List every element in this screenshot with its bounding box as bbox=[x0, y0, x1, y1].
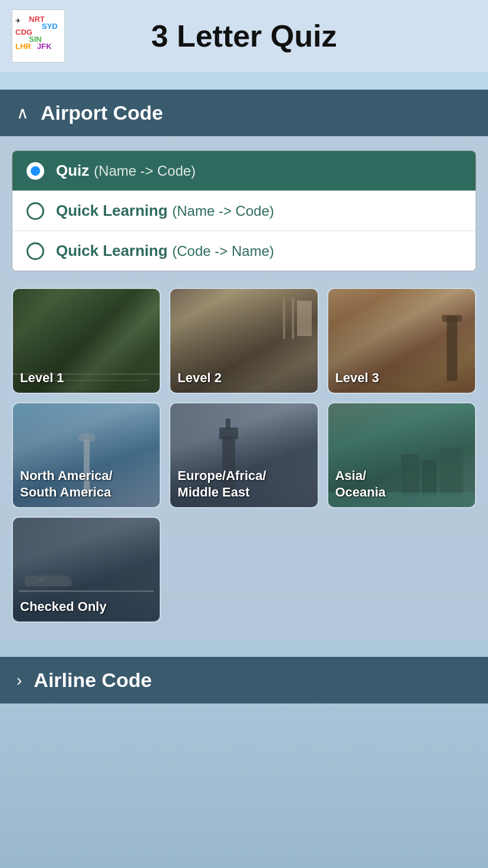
svg-text:LHR: LHR bbox=[15, 42, 31, 51]
airport-section-title: Airport Code bbox=[41, 101, 163, 124]
level2-label: Level 2 bbox=[177, 370, 222, 387]
grid-item-asia[interactable]: Asia/Oceania bbox=[327, 402, 476, 508]
radio-label-quiz-bold: Quiz bbox=[56, 162, 89, 180]
radio-circle-quick2 bbox=[27, 242, 44, 260]
radio-option-quick2[interactable]: Quick Learning (Code -> Name) bbox=[12, 231, 476, 271]
northamerica-label: North America/South America bbox=[20, 468, 113, 501]
grid-item-level2[interactable]: Level 2 bbox=[169, 288, 318, 394]
airline-section-header[interactable]: › Airline Code bbox=[0, 657, 488, 703]
radio-label-quiz-normal: (Name -> Code) bbox=[94, 163, 196, 179]
airport-section-header[interactable]: ∧ Airport Code bbox=[0, 90, 488, 136]
radio-circle-quiz bbox=[27, 162, 44, 180]
radio-label-quick1-normal: (Name -> Code) bbox=[172, 203, 274, 219]
svg-text:SYD: SYD bbox=[42, 22, 58, 31]
grid-item-checked[interactable]: Checked Only bbox=[12, 517, 161, 623]
grid-item-level1[interactable]: Level 1 bbox=[12, 288, 161, 394]
radio-label-quick2-bold: Quick Learning bbox=[56, 242, 167, 260]
svg-text:✈: ✈ bbox=[15, 17, 21, 24]
level3-label: Level 3 bbox=[335, 370, 380, 387]
mode-radio-group: Quiz (Name -> Code) Quick Learning (Name… bbox=[12, 150, 476, 271]
level-grid: Level 1 Level 2 Level 3 bbox=[12, 288, 476, 623]
airport-section-content: Quiz (Name -> Code) Quick Learning (Name… bbox=[0, 136, 488, 639]
page-title: 3 Letter Quiz bbox=[65, 18, 476, 54]
grid-item-northamerica[interactable]: North America/South America bbox=[12, 402, 161, 508]
level1-label: Level 1 bbox=[20, 370, 64, 387]
grid-item-europe[interactable]: Europe/Africa/Middle East bbox=[169, 402, 318, 508]
airline-section-title: Airline Code bbox=[34, 669, 151, 692]
checked-label: Checked Only bbox=[20, 599, 107, 616]
radio-label-quick1-bold: Quick Learning bbox=[56, 202, 167, 220]
asia-label: Asia/Oceania bbox=[335, 468, 386, 501]
chevron-up-icon: ∧ bbox=[17, 105, 29, 121]
europe-label: Europe/Africa/Middle East bbox=[177, 468, 266, 501]
radio-label-quick2-normal: (Code -> Name) bbox=[172, 243, 274, 259]
chevron-right-icon: › bbox=[17, 671, 22, 690]
svg-text:JFK: JFK bbox=[37, 42, 52, 51]
radio-option-quick1[interactable]: Quick Learning (Name -> Code) bbox=[12, 191, 476, 231]
radio-circle-quick1 bbox=[27, 202, 44, 220]
grid-item-level3[interactable]: Level 3 bbox=[327, 288, 476, 394]
app-logo: ✈ NRT SYD CDG SIN LHR JFK bbox=[12, 9, 65, 63]
header: ✈ NRT SYD CDG SIN LHR JFK 3 Letter Quiz bbox=[0, 0, 488, 72]
radio-option-quiz[interactable]: Quiz (Name -> Code) bbox=[12, 151, 476, 191]
